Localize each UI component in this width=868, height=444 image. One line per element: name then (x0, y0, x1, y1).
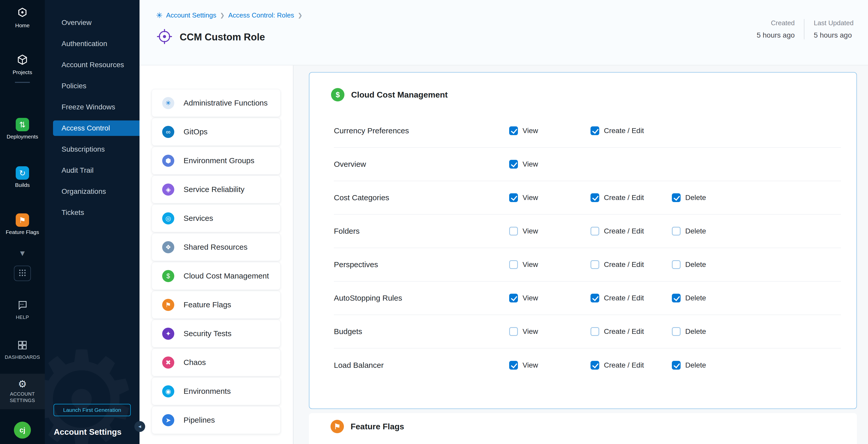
grid-icon (18, 268, 27, 278)
resource-label: Load Balancer (334, 361, 509, 370)
budgets-delete-checkbox[interactable] (672, 327, 681, 336)
content-area: ✳Administrative Functions∞GitOps⬢Environ… (140, 65, 868, 444)
role-target-icon (156, 28, 173, 46)
module-label: GitOps (184, 127, 208, 136)
budgets-create-edit-checkbox[interactable] (590, 327, 599, 336)
pipelines-icon: ➤ (162, 414, 174, 426)
sidebar-item-access-control[interactable]: Access Control (53, 121, 140, 136)
module-browser-button[interactable] (14, 266, 31, 281)
module-rail: Home Projects ⇅ Deployments ↻ Builds ⚑ F… (0, 0, 45, 444)
autostopping-rules-create-edit-checkbox[interactable] (590, 294, 599, 303)
chevron-down-icon[interactable]: ▾ (0, 248, 45, 258)
load-balancer-delete-checkbox[interactable] (672, 361, 681, 370)
collapse-sidebar-button[interactable]: ◄ (134, 421, 145, 432)
overview-view-checkbox[interactable] (509, 160, 518, 168)
view-label: View (523, 294, 538, 302)
folders-delete-checkbox[interactable] (672, 227, 681, 235)
resource-label: Budgets (334, 327, 509, 336)
module-card-pipelines[interactable]: ➤Pipelines (152, 406, 281, 434)
sidebar-item-account-resources[interactable]: Account Resources (45, 57, 140, 72)
sidebar-item-policies[interactable]: Policies (45, 78, 140, 94)
account-settings-icon: ✳ (156, 11, 162, 19)
dashboards-icon (16, 339, 29, 352)
module-card-cloud-cost-management[interactable]: $Cloud Cost Management (152, 262, 281, 290)
module-card-security-tests[interactable]: ✦Security Tests (152, 320, 281, 347)
launch-first-generation-button[interactable]: Launch First Generation (54, 404, 131, 416)
rail-item-deployments[interactable]: ⇅ Deployments (0, 118, 45, 140)
autostopping-rules-delete-checkbox[interactable] (672, 294, 681, 303)
sidebar-item-overview[interactable]: Overview (45, 15, 140, 30)
main-area: ✳ Account Settings ❯ Access Control: Rol… (140, 0, 868, 444)
app-root: Home Projects ⇅ Deployments ↻ Builds ⚑ F… (0, 0, 868, 444)
permission-row-currency-preferences: Currency PreferencesViewCreate / Edit (334, 114, 841, 148)
perm-cell-view: View (509, 294, 590, 303)
folders-view-checkbox[interactable] (509, 227, 518, 235)
folders-create-edit-checkbox[interactable] (590, 227, 599, 235)
rail-item-home[interactable]: Home (0, 7, 45, 29)
perspectives-create-edit-checkbox[interactable] (590, 260, 599, 269)
rail-item-dashboards[interactable]: DASHBOARDS (0, 339, 45, 360)
user-avatar[interactable]: cj (14, 422, 31, 439)
module-card-environment-groups[interactable]: ⬢Environment Groups (152, 147, 281, 175)
view-label: View (523, 160, 538, 168)
feature-flags-icon: ⚑ (16, 213, 29, 227)
last-updated-meta: Last Updated 5 hours ago (804, 19, 863, 39)
module-card-chaos[interactable]: ✖Chaos (152, 349, 281, 376)
perspectives-view-checkbox[interactable] (509, 260, 518, 269)
last-updated-label: Last Updated (814, 19, 854, 27)
load-balancer-view-checkbox[interactable] (509, 361, 518, 370)
perm-cell-delete: Delete (672, 327, 841, 336)
section-title: Feature Flags (350, 422, 404, 432)
created-label: Created (756, 19, 795, 27)
module-card-shared-resources[interactable]: ❖Shared Resources (152, 233, 281, 261)
page-header: ✳ Account Settings ❯ Access Control: Rol… (140, 0, 868, 65)
module-card-gitops[interactable]: ∞GitOps (152, 118, 281, 146)
breadcrumb-access-control-roles[interactable]: Access Control: Roles (228, 11, 294, 19)
permission-row-cost-categories: Cost CategoriesViewCreate / EditDelete (334, 181, 841, 215)
perm-cell-view: View (509, 227, 590, 235)
sidebar-item-authentication[interactable]: Authentication (45, 36, 140, 52)
rail-item-label: Feature Flags (6, 229, 39, 235)
perm-cell-create-edit: Create / Edit (590, 126, 672, 135)
module-label: Service Reliability (184, 185, 245, 194)
rail-item-help[interactable]: HELP (0, 298, 45, 321)
create-edit-label: Create / Edit (604, 294, 644, 302)
autostopping-rules-view-checkbox[interactable] (509, 294, 518, 303)
rail-item-label: Deployments (7, 134, 38, 140)
feature-flags-section: ⚑ Feature Flags (309, 413, 857, 444)
budgets-view-checkbox[interactable] (509, 327, 518, 336)
cost-categories-view-checkbox[interactable] (509, 193, 518, 202)
rail-item-projects[interactable]: Projects (0, 54, 45, 75)
resource-label: Cost Categories (334, 193, 509, 202)
builds-icon: ↻ (16, 166, 29, 180)
delete-label: Delete (685, 294, 706, 302)
delete-label: Delete (685, 361, 706, 369)
module-card-administrative-functions[interactable]: ✳Administrative Functions (152, 89, 281, 117)
perspectives-delete-checkbox[interactable] (672, 260, 681, 269)
load-balancer-create-edit-checkbox[interactable] (590, 361, 599, 370)
chevron-right-icon: ❯ (298, 12, 302, 19)
perm-cell-delete: Delete (672, 193, 841, 202)
sidebar-item-subscriptions[interactable]: Subscriptions (45, 141, 140, 157)
breadcrumb: ✳ Account Settings ❯ Access Control: Rol… (156, 11, 868, 19)
sidebar-item-organizations[interactable]: Organizations (45, 184, 140, 199)
rail-item-account-settings[interactable]: ⚙ ACCOUNT SETTINGS (0, 374, 45, 409)
rail-item-feature-flags[interactable]: ⚑ Feature Flags (0, 213, 45, 235)
cost-categories-create-edit-checkbox[interactable] (590, 193, 599, 202)
sidebar-item-tickets[interactable]: Tickets (45, 205, 140, 220)
perm-cell-create-edit: Create / Edit (590, 361, 672, 370)
module-card-service-reliability[interactable]: ◈Service Reliability (152, 176, 281, 203)
card-title: Cloud Cost Management (351, 90, 447, 100)
rail-item-builds[interactable]: ↻ Builds (0, 166, 45, 188)
resource-label: Folders (334, 227, 509, 235)
sidebar-item-audit-trail[interactable]: Audit Trail (45, 163, 140, 178)
permission-row-load-balancer: Load BalancerViewCreate / EditDelete (334, 349, 841, 382)
module-card-feature-flags[interactable]: ⚑Feature Flags (152, 291, 281, 319)
currency-preferences-view-checkbox[interactable] (509, 126, 518, 135)
breadcrumb-account-settings[interactable]: Account Settings (166, 11, 216, 19)
module-card-services[interactable]: ◎Services (152, 204, 281, 232)
module-card-environments[interactable]: ◉Environments (152, 377, 281, 405)
sidebar-item-freeze-windows[interactable]: Freeze Windows (45, 99, 140, 115)
currency-preferences-create-edit-checkbox[interactable] (590, 126, 599, 135)
cost-categories-delete-checkbox[interactable] (672, 193, 681, 202)
